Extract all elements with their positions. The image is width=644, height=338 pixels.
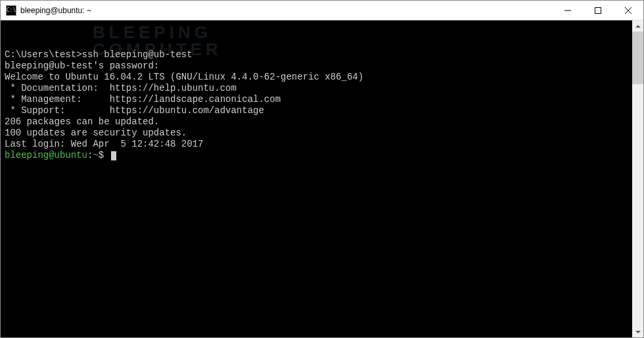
window-controls (553, 1, 643, 20)
window-title: bleeping@ubuntu: ~ (20, 6, 553, 15)
terminal-line: 100 updates are security updates. (5, 128, 628, 139)
scroll-down-arrow[interactable] (632, 326, 643, 337)
scroll-up-arrow[interactable] (632, 20, 643, 32)
terminal-line: * Support: https://ubuntu.com/advantage (5, 105, 628, 116)
cmd-icon: C:\ (6, 5, 16, 16)
scroll-track[interactable] (632, 32, 643, 326)
prompt-dollar: $ (99, 150, 104, 160)
scroll-thumb[interactable] (632, 32, 643, 84)
terminal-line: bleeping@ub-test's password: (5, 60, 628, 72)
minimize-button[interactable] (553, 1, 583, 20)
svg-marker-5 (635, 331, 641, 333)
prompt-path: ~ (93, 150, 98, 160)
terminal-area: BLEEPING COMPUTERC:\Users\test>ssh bleep… (1, 20, 643, 337)
terminal-line: Welcome to Ubuntu 16.04.2 LTS (GNU/Linux… (5, 72, 628, 83)
svg-marker-4 (635, 25, 641, 28)
prompt-line: bleeping@ubuntu:~$ (5, 150, 628, 161)
vertical-scrollbar[interactable] (632, 20, 643, 337)
terminal-window: C:\ bleeping@ubuntu: ~ BLEEPING COMPUTER… (0, 0, 644, 338)
terminal-line: 206 packages can be updated. (5, 116, 628, 128)
cursor (111, 151, 116, 160)
terminal-line: * Management: https://landscape.canonica… (5, 94, 628, 105)
prompt-user-host: bleeping@ubuntu (5, 150, 87, 160)
svg-rect-1 (595, 7, 601, 13)
terminal-content[interactable]: BLEEPING COMPUTERC:\Users\test>ssh bleep… (1, 20, 632, 337)
terminal-line: * Documentation: https://help.ubuntu.com (5, 83, 628, 94)
titlebar[interactable]: C:\ bleeping@ubuntu: ~ (1, 1, 643, 20)
terminal-line: C:\Users\test>ssh bleeping@ub-test (5, 49, 628, 60)
close-button[interactable] (613, 1, 643, 20)
maximize-button[interactable] (583, 1, 613, 20)
watermark-line1: BLEEPING (93, 22, 212, 42)
terminal-line: Last login: Wed Apr 5 12:42:48 2017 (5, 139, 628, 150)
